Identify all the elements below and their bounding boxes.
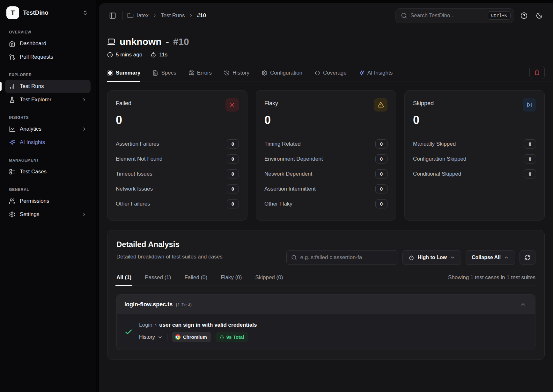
sidebar-item-permissions[interactable]: Permissions — [5, 194, 91, 208]
gear-icon — [262, 70, 267, 76]
suite-header[interactable]: login-flow.spec.ts (1 Test) — [117, 294, 535, 314]
sidebar-item-test-cases[interactable]: Test Cases — [5, 165, 91, 178]
layout-list-icon — [9, 169, 15, 175]
sidebar-item-label: Analytics — [20, 126, 41, 132]
stat-count: 0 — [413, 113, 536, 127]
stat-card-title: Flaky — [264, 98, 278, 107]
filter-tab-flaky[interactable]: Flaky (0) — [221, 274, 242, 286]
panel-left-icon — [109, 12, 116, 19]
tab-errors[interactable]: Errors — [188, 70, 212, 82]
breadcrumb-project[interactable]: latex — [137, 12, 149, 19]
global-search[interactable]: Ctrl+K — [395, 8, 514, 23]
app-logo: T — [6, 6, 19, 19]
breadcrumb-section[interactable]: Test Runs — [161, 12, 185, 19]
chevron-up-icon — [520, 301, 526, 308]
stat-row-value: 0 — [375, 154, 387, 163]
sidebar-item-dashboard[interactable]: Dashboard — [5, 37, 91, 50]
stat-row: Other Flaky0 — [264, 196, 387, 211]
browser-badge[interactable]: Chromium — [172, 332, 211, 342]
tab-configuration[interactable]: Configuration — [262, 70, 302, 82]
stat-row-label: Network Issues — [116, 186, 153, 192]
filter-tab-skipped[interactable]: Skipped (0) — [255, 274, 283, 286]
stat-row: Assertion Intermittent0 — [264, 181, 387, 196]
gear-icon — [9, 211, 15, 218]
topbar-divider — [122, 11, 123, 20]
tab-specs[interactable]: Specs — [152, 70, 176, 82]
stat-row: Configuration Skipped0 — [413, 151, 536, 166]
filter-tab-all[interactable]: All (1) — [116, 274, 131, 286]
stat-row-value: 0 — [227, 154, 239, 163]
tab-ai-insights[interactable]: AI Insights — [359, 70, 393, 82]
folder-icon — [127, 12, 134, 19]
breadcrumb-run: #10 — [197, 12, 206, 19]
detailed-analysis-heading: Detailed Analysis Detailed breakdown of … — [116, 240, 223, 265]
filter-tab-passed[interactable]: Passed (1) — [145, 274, 171, 286]
stat-row-label: Other Failures — [116, 201, 150, 207]
sidebar-item-label: Permissions — [20, 198, 49, 204]
skipped-icon-box — [523, 98, 536, 112]
sidebar-item-test-explorer[interactable]: Test Explorer — [5, 93, 91, 106]
flask-icon — [9, 97, 15, 103]
sidebar-item-label: Test Explorer — [20, 97, 51, 103]
sidebar-toggle-button[interactable] — [107, 10, 118, 21]
line-chart-icon — [9, 126, 15, 132]
suite-name: login-flow.spec.ts — [124, 301, 173, 308]
sidebar-item-label: Test Runs — [20, 83, 44, 90]
home-icon — [9, 40, 15, 47]
sidebar-item-settings[interactable]: Settings — [5, 208, 91, 221]
tab-label: AI Insights — [367, 70, 393, 76]
collapse-all-button[interactable]: Collapse All — [466, 250, 515, 265]
detailed-analysis-controls: High to Low Collapse All — [286, 250, 535, 265]
history-label: History — [139, 334, 155, 340]
test-details: Login › user can sign in with valid cred… — [139, 322, 257, 342]
refresh-button[interactable] — [520, 250, 535, 265]
sidebar-item-label: AI Insights — [20, 139, 45, 146]
filter-tab-failed[interactable]: Failed (0) — [184, 274, 207, 286]
test-filter-search[interactable] — [286, 250, 398, 265]
run-duration-label: 11s — [159, 52, 167, 58]
workspace-switcher[interactable]: T TestDino — [5, 4, 91, 21]
sort-order-button[interactable]: High to Low — [402, 250, 461, 265]
theme-toggle-button[interactable] — [534, 10, 545, 21]
sidebar-item-ai-insights[interactable]: AI Insights — [5, 136, 91, 149]
sidebar-item-test-runs[interactable]: Test Runs — [5, 80, 91, 93]
test-filter-input[interactable] — [300, 254, 393, 261]
sidebar-item-pull-requests[interactable]: Pull Requests — [5, 50, 91, 64]
timer-icon — [151, 52, 156, 58]
test-row[interactable]: Login › user can sign in with valid cred… — [117, 314, 535, 350]
search-shortcut-kbd: Ctrl+K — [488, 11, 511, 20]
suite-collapse-button[interactable] — [519, 300, 527, 309]
stat-row-label: Configuration Skipped — [413, 156, 466, 162]
chevron-right-icon — [82, 212, 87, 217]
global-search-input[interactable] — [410, 12, 484, 19]
stat-row-label: Other Flaky — [264, 201, 292, 207]
code-icon — [314, 70, 320, 76]
delete-run-button[interactable] — [529, 66, 545, 79]
skipped-card: Skipped 0 Manually Skipped0 Configuratio… — [404, 90, 545, 221]
tab-history[interactable]: History — [224, 70, 249, 82]
help-button[interactable] — [519, 10, 529, 21]
sidebar-item-analytics[interactable]: Analytics — [5, 122, 91, 136]
trash-icon — [534, 69, 540, 75]
tab-summary[interactable]: Summary — [107, 70, 140, 82]
history-dropdown[interactable]: History — [139, 334, 163, 340]
detailed-analysis-title: Detailed Analysis — [116, 240, 223, 249]
flaky-card: Flaky 0 Timing Related0 Environment Depe… — [256, 90, 396, 221]
active-indicator — [0, 82, 2, 91]
collapse-all-label: Collapse All — [472, 255, 501, 260]
duration-badge: 9s Total — [216, 332, 248, 342]
stat-row: Assertion Failures0 — [116, 136, 239, 151]
stat-card-title: Skipped — [413, 98, 434, 107]
sidebar-item-label: Settings — [20, 211, 39, 218]
history-icon — [224, 70, 230, 76]
refresh-icon — [524, 254, 531, 261]
workspace-switcher-button[interactable] — [81, 9, 89, 17]
run-duration: 11s — [151, 52, 167, 58]
tab-coverage[interactable]: Coverage — [314, 70, 347, 82]
sidebar: T TestDino OVERVIEW Dashboard Pull Reque… — [0, 0, 96, 392]
stat-card-title: Failed — [116, 98, 131, 107]
git-pull-request-icon — [9, 54, 15, 60]
sparkles-icon — [9, 139, 15, 146]
chevron-down-icon — [158, 335, 163, 340]
chevron-right-icon — [152, 13, 157, 18]
